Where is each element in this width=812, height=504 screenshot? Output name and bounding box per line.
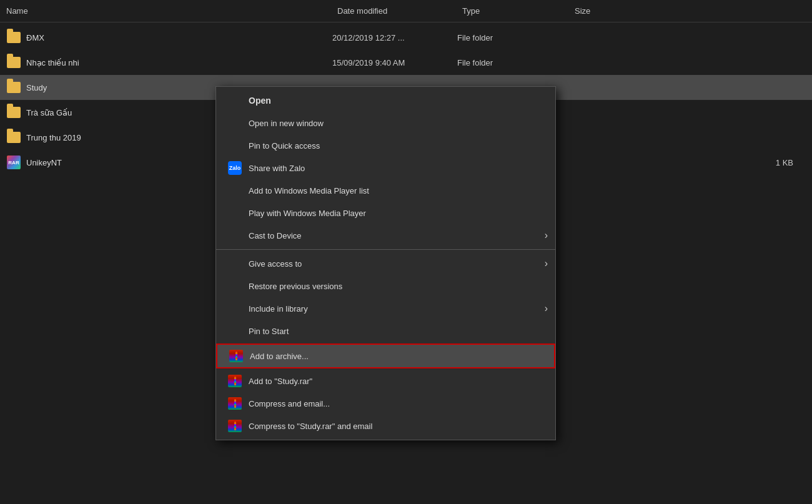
menu-item-pin-start[interactable]: Pin to Start (216, 320, 555, 342)
menu-label-pin-start: Pin to Start (249, 327, 289, 336)
file-name: ĐMX (26, 33, 332, 42)
rar-icon-add-archive (227, 347, 245, 365)
menu-icon-pin (226, 137, 244, 154)
menu-item-give-access[interactable]: Give access to (216, 252, 555, 275)
table-row[interactable]: Nhạc thiếu nhi 15/09/2019 9:40 AM File f… (0, 50, 812, 75)
menu-item-share-zalo[interactable]: Zalo Share with Zalo (216, 157, 555, 179)
col-header-date[interactable]: Date modified (337, 6, 462, 16)
winrar-icon: RAR (6, 155, 21, 170)
menu-label-compress-study-email: Compress to "Study.rar" and email (249, 422, 372, 431)
folder-icon (6, 105, 21, 120)
menu-label-add-wmp-list: Add to Windows Media Player list (249, 186, 369, 195)
zalo-icon: Zalo (226, 159, 244, 177)
menu-item-add-wmp-list[interactable]: Add to Windows Media Player list (216, 179, 555, 202)
menu-label-open: Open (249, 96, 271, 106)
rar-icon-compress-email (226, 395, 244, 412)
rar-icon-compress-study-email (226, 417, 244, 435)
col-header-name[interactable]: Name (6, 6, 337, 16)
menu-item-open-new-window[interactable]: Open in new window (216, 112, 555, 134)
menu-icon-restore (226, 277, 244, 295)
file-type: File folder (457, 58, 570, 67)
menu-icon-pin-start (226, 322, 244, 340)
folder-icon (6, 55, 21, 70)
menu-label-give-access: Give access to (249, 259, 302, 269)
table-row[interactable]: ĐMX 20/12/2019 12:27 ... File folder (0, 25, 812, 50)
context-menu: Open Open in new window Pin to Quick acc… (215, 86, 556, 440)
menu-label-pin-quick-access: Pin to Quick access (249, 141, 320, 151)
menu-label-compress-email: Compress and email... (249, 399, 330, 408)
menu-label-share-zalo: Share with Zalo (249, 164, 305, 173)
menu-item-include-library[interactable]: Include in library (216, 297, 555, 320)
file-date: 15/09/2019 9:40 AM (332, 58, 457, 67)
menu-icon-open (226, 92, 244, 109)
menu-label-cast-device: Cast to Device (249, 231, 302, 240)
col-header-size[interactable]: Size (575, 6, 806, 16)
file-date: 20/12/2019 12:27 ... (332, 33, 457, 42)
menu-icon-open-new-window (226, 114, 244, 132)
menu-icon-cast (226, 227, 244, 244)
menu-label-add-study-rar: Add to "Study.rar" (249, 377, 312, 386)
menu-item-add-archive[interactable]: Add to archive... (216, 343, 555, 368)
menu-label-add-archive: Add to archive... (250, 352, 309, 361)
file-name: Nhạc thiếu nhi (26, 58, 332, 67)
menu-label-restore-versions: Restore previous versions (249, 282, 342, 291)
menu-item-compress-email[interactable]: Compress and email... (216, 392, 555, 415)
menu-icon-give-access (226, 255, 244, 272)
folder-icon (6, 30, 21, 45)
menu-item-cast-device[interactable]: Cast to Device (216, 224, 555, 247)
menu-icon-play-wmp (226, 204, 244, 222)
menu-separator-1 (216, 249, 555, 250)
menu-item-add-study-rar[interactable]: Add to "Study.rar" (216, 370, 555, 392)
file-list-header: Name Date modified Type Size (0, 0, 812, 22)
menu-label-include-library: Include in library (249, 304, 308, 314)
menu-item-open[interactable]: Open (216, 89, 555, 112)
menu-icon-wmp (226, 182, 244, 199)
menu-icon-library (226, 300, 244, 317)
folder-icon (6, 80, 21, 95)
menu-label-play-wmp: Play with Windows Media Player (249, 209, 366, 218)
file-type: File folder (457, 33, 570, 42)
rar-icon-add-study (226, 372, 244, 390)
menu-item-compress-study-email[interactable]: Compress to "Study.rar" and email (216, 415, 555, 437)
menu-item-pin-quick-access[interactable]: Pin to Quick access (216, 134, 555, 157)
col-header-type[interactable]: Type (462, 6, 575, 16)
menu-label-open-new-window: Open in new window (249, 119, 324, 128)
file-size: 1 KB (570, 158, 806, 167)
menu-item-restore-versions[interactable]: Restore previous versions (216, 275, 555, 297)
menu-item-play-wmp[interactable]: Play with Windows Media Player (216, 202, 555, 224)
folder-icon (6, 130, 21, 145)
